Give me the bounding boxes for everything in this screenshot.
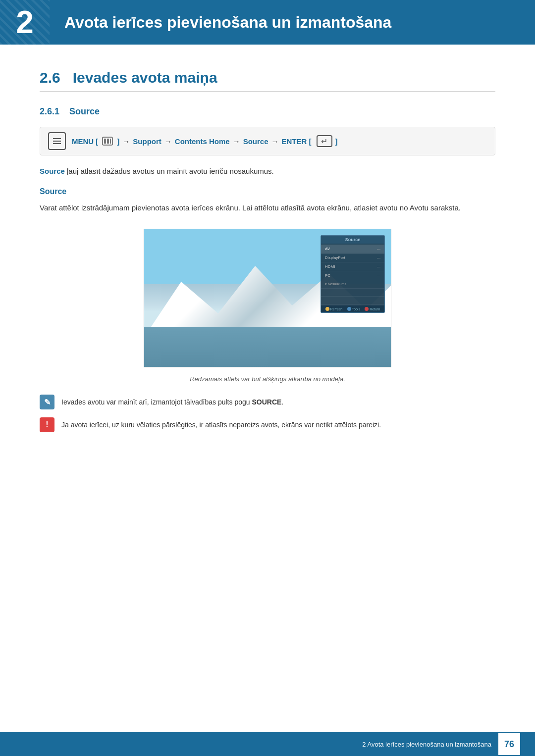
footer-chapter-text: 2 Avota ierīces pievienošana un izmantoš… — [362, 741, 491, 748]
svg-rect-6 — [110, 139, 111, 144]
body-paragraph: Varat attēlot izstrādājumam pievienotas … — [40, 202, 495, 214]
section-heading: 2.6 Ievades avota maiņa — [40, 69, 495, 92]
tools-icon — [347, 307, 351, 311]
source-item-hdmi: HDMI --- — [321, 262, 384, 271]
enter-icon: ↵ — [317, 135, 332, 147]
return-icon — [365, 307, 369, 311]
chapter-number: 2 — [16, 4, 34, 41]
menu-item-menu: MENU [ — [72, 137, 98, 146]
source-panel-footer: Refresh Tools Return — [321, 305, 384, 312]
note-warning-text: Ja avota ierīcei, uz kuru vēlaties pārsl… — [61, 417, 381, 430]
menu-item-source: Source — [243, 137, 268, 146]
footer-page-number: 76 — [498, 733, 520, 755]
source-highlight: Source — [40, 167, 65, 175]
chapter-header: 2 Avota ierīces pievienošana un izmantoš… — [0, 0, 535, 45]
menu-item-enter-bracket: ] — [335, 137, 338, 146]
svg-rect-2 — [53, 143, 61, 144]
source-item-pc: PC --- — [321, 271, 384, 280]
pencil-icon: ✎ — [40, 395, 54, 409]
screenshot: Source AV --- DisplayPort --- HDMI --- — [144, 229, 391, 367]
source-panel-title: Source — [321, 236, 384, 244]
svg-rect-1 — [53, 141, 61, 142]
refresh-icon — [325, 307, 329, 311]
source-panel-items: AV --- DisplayPort --- HDMI --- PC --- — [321, 244, 384, 305]
source-panel: Source AV --- DisplayPort --- HDMI --- — [321, 235, 385, 313]
subsection-heading: 2.6.1 Source — [40, 106, 495, 117]
source-section-heading: Source — [40, 187, 495, 196]
page-footer: 2 Avota ierīces pievienošana un izmantoš… — [0, 732, 535, 756]
source-item-more: ▾ Nosaukums — [321, 280, 384, 289]
source-item-av: AV --- — [321, 245, 384, 253]
source-item-empty1 — [321, 289, 384, 297]
menu-item-support: Support — [133, 137, 161, 146]
menu-icon — [48, 132, 66, 150]
intro-paragraph: Source ļauj atlasīt dažādus avotus un ma… — [40, 165, 495, 177]
menu-item-bracket: ] — [117, 137, 119, 146]
svg-rect-0 — [53, 138, 61, 139]
chapter-number-box: 2 — [0, 0, 50, 45]
screenshot-caption: Redzamais attēls var būt atšķirīgs atkar… — [40, 375, 495, 383]
warning-icon: ! — [40, 417, 54, 432]
menu-item-contents-home: Contents Home — [175, 137, 230, 146]
svg-rect-4 — [104, 139, 106, 144]
footer-return: Return — [365, 307, 380, 311]
menu-item-enter: ENTER [ — [282, 137, 312, 146]
chapter-title: Avota ierīces pievienošana un izmantošan… — [50, 13, 391, 32]
note-pencil-text: Ievades avotu var mainīt arī, izmantojot… — [61, 395, 283, 407]
note-warning: ! Ja avota ierīcei, uz kuru vēlaties pār… — [40, 417, 495, 432]
source-item-empty2 — [321, 297, 384, 304]
note-pencil: ✎ Ievades avotu var mainīt arī, izmantoj… — [40, 395, 495, 409]
svg-rect-5 — [107, 139, 109, 144]
source-item-displayport: DisplayPort --- — [321, 253, 384, 262]
footer-tools: Tools — [347, 307, 360, 311]
menu-path: MENU [ ] → Support → Contents Home → Sou… — [40, 127, 495, 155]
screenshot-container: Source AV --- DisplayPort --- HDMI --- — [40, 229, 495, 367]
main-content: 2.6 Ievades avota maiņa 2.6.1 Source MEN… — [0, 69, 535, 480]
footer-refresh: Refresh — [325, 307, 343, 311]
